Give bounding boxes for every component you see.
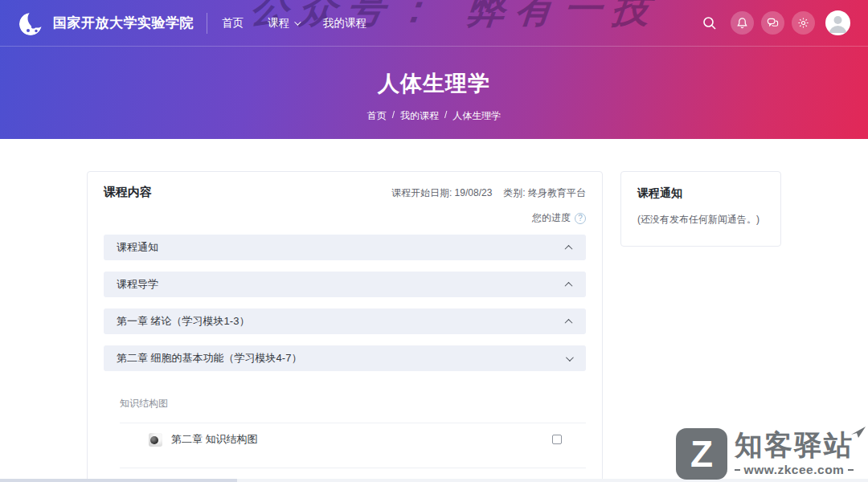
section-label: 课程导学 xyxy=(117,277,158,292)
course-sections: 课程通知 课程导学 第一章 绪论（学习模块1-3） 第二章 细胞的基本功能（学习… xyxy=(104,235,586,371)
section-label: 第二章 细胞的基本功能（学习模块4-7） xyxy=(117,351,301,366)
section-chapter-1[interactable]: 第一章 绪论（学习模块1-3） xyxy=(104,308,586,334)
nav-item-courses[interactable]: 课程 xyxy=(268,16,299,31)
activity-link[interactable]: 第二章 知识结构图 xyxy=(171,432,258,447)
zkcee-url: www.zkcee.com xyxy=(744,463,845,477)
chevron-down-icon xyxy=(566,353,574,362)
university-logo-icon[interactable] xyxy=(18,10,45,37)
course-card-header: 课程内容 课程开始日期: 19/08/23 类别: 终身教育平台 xyxy=(104,185,586,200)
chapter-2-expanded-content: 知识结构图 第二章 知识结构图 模块4 细胞膜的物质转运功能 xyxy=(104,397,586,482)
section-label: 第一章 绪论（学习模块1-3） xyxy=(117,314,249,329)
image-resource-icon xyxy=(149,433,162,447)
notifications-bell-icon[interactable] xyxy=(731,11,754,35)
top-navbar: 国家开放大学实验学院 首页 课程 我的课程 xyxy=(0,0,868,47)
course-content-heading: 课程内容 xyxy=(104,185,152,200)
chevron-up-icon xyxy=(565,281,573,289)
activity-row: 第二章 知识结构图 xyxy=(120,423,586,455)
course-category: 类别: 终身教育平台 xyxy=(503,186,586,200)
nav-divider xyxy=(207,13,207,34)
zkcee-text-block: 知客驿站 www.zkcee.com xyxy=(735,431,854,477)
breadcrumb-current: 人体生理学 xyxy=(452,109,501,123)
nav-menu: 首页 课程 我的课程 xyxy=(222,16,366,31)
nav-item-home[interactable]: 首页 xyxy=(222,16,244,31)
zkcee-site-name: 知客驿站 xyxy=(735,431,854,460)
section-label: 课程通知 xyxy=(117,240,158,255)
nav-item-courses-label: 课程 xyxy=(268,16,289,31)
notice-heading: 课程通知 xyxy=(637,186,764,201)
breadcrumb: 首页 / 我的课程 / 人体生理学 xyxy=(0,109,868,123)
page-title: 人体生理学 xyxy=(0,47,868,98)
breadcrumb-my-courses[interactable]: 我的课程 xyxy=(400,109,439,123)
scrollbar-thumb[interactable] xyxy=(0,479,237,482)
section-course-notice[interactable]: 课程通知 xyxy=(104,235,586,260)
progress-label: 您的进度 xyxy=(532,211,571,225)
chevron-up-icon xyxy=(565,244,573,252)
dash-line xyxy=(735,469,740,472)
zkcee-url-row: www.zkcee.com xyxy=(735,463,854,477)
progress-help-icon[interactable]: ? xyxy=(575,213,586,224)
completion-checkbox[interactable] xyxy=(552,435,562,444)
breadcrumb-separator: / xyxy=(444,109,447,123)
subsection-knowledge-map: 知识结构图 xyxy=(120,397,586,411)
course-meta: 课程开始日期: 19/08/23 类别: 终身教育平台 xyxy=(391,186,586,200)
dash-line xyxy=(848,469,854,472)
course-content-card: 课程内容 课程开始日期: 19/08/23 类别: 终身教育平台 您的进度 ? … xyxy=(87,171,603,482)
zkcee-watermark: Z 知客驿站 www.zkcee.com xyxy=(676,428,854,480)
nav-item-my-courses[interactable]: 我的课程 xyxy=(323,16,366,31)
settings-gear-icon[interactable] xyxy=(792,11,815,35)
chevron-down-icon xyxy=(294,18,301,25)
messages-chat-icon[interactable] xyxy=(761,11,784,35)
navbar-actions xyxy=(696,10,850,37)
progress-row: 您的进度 ? xyxy=(104,211,586,225)
paper-plane-icon xyxy=(850,426,866,440)
divider xyxy=(120,468,586,468)
breadcrumb-home[interactable]: 首页 xyxy=(367,109,387,123)
user-avatar[interactable] xyxy=(825,10,850,35)
course-notice-card: 课程通知 (还没有发布任何新闻通告。) xyxy=(620,171,781,247)
page: 公众号： 弊有一技 国家开放大学实验学院 xyxy=(0,0,868,482)
notice-empty-text: (还没有发布任何新闻通告。) xyxy=(637,213,764,227)
page-header: 公众号： 弊有一技 国家开放大学实验学院 xyxy=(0,0,868,139)
course-banner: 人体生理学 首页 / 我的课程 / 人体生理学 xyxy=(0,47,868,139)
chevron-up-icon xyxy=(565,318,573,326)
breadcrumb-separator: / xyxy=(392,109,395,123)
course-start-date: 课程开始日期: 19/08/23 xyxy=(391,186,492,200)
section-chapter-2[interactable]: 第二章 细胞的基本功能（学习模块4-7） xyxy=(104,345,586,371)
search-icon[interactable] xyxy=(696,10,723,37)
brand-title[interactable]: 国家开放大学实验学院 xyxy=(53,14,194,32)
zkcee-letter: Z xyxy=(690,435,713,472)
zkcee-logo-badge: Z xyxy=(676,428,727,480)
section-course-guide[interactable]: 课程导学 xyxy=(104,272,586,297)
